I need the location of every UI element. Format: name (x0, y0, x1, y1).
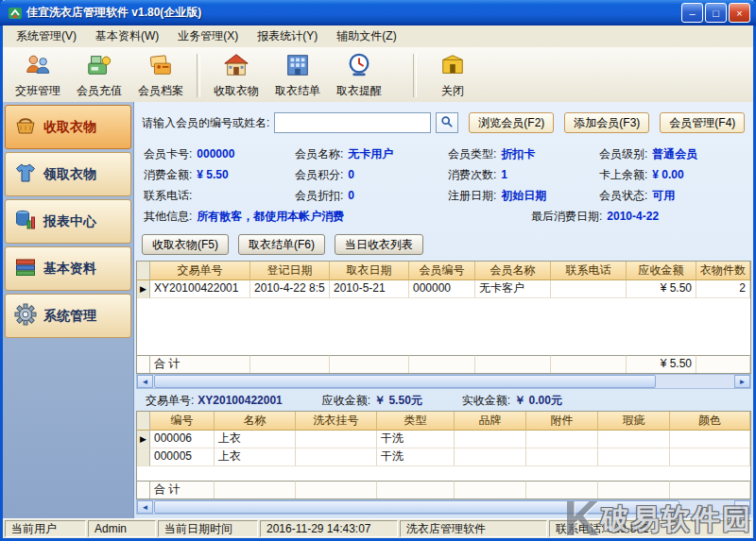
close-button[interactable]: × (729, 3, 750, 23)
column-header-member-name[interactable]: 会员名称 (475, 262, 551, 280)
table-cell (526, 431, 598, 448)
row-marker: ▶ (137, 280, 150, 298)
member-search-input[interactable] (274, 112, 431, 133)
manage-member-button[interactable]: 会员管理(F4) (660, 112, 745, 133)
staff-icon (25, 52, 51, 81)
scroll-left-arrow[interactable]: ◄ (137, 500, 153, 514)
sidebar-item-pickup-clothes[interactable]: 领取衣物 (5, 152, 131, 196)
sidebar: 收取衣物 领取衣物 报表中心 基本资料 系统管理 (3, 102, 133, 518)
toolbar-separator (197, 54, 200, 97)
table-cell: 2010-5-21 (330, 280, 409, 298)
toolbar-label: 取衣结单 (275, 83, 320, 99)
toolbar-button-pickup-reminder[interactable]: 取衣提醒 (330, 50, 388, 102)
sidebar-item-basic-data[interactable]: 基本资料 (5, 246, 131, 291)
column-header-item-name[interactable]: 名称 (215, 412, 296, 431)
sidebar-item-system-management[interactable]: 系统管理 (5, 294, 131, 338)
column-header-register-date[interactable]: 登记日期 (250, 262, 330, 280)
toolbar-button-close-app[interactable]: 关闭 (423, 50, 482, 102)
member-search-row: 请输入会员的编号或姓名: 浏览会员(F2) 添加会员(F3) 会员管理(F4) (142, 111, 747, 134)
minimize-button[interactable]: – (681, 3, 703, 23)
column-header-flaw[interactable]: 瑕疵 (598, 412, 670, 431)
menu-item-reports[interactable]: 报表统计(Y) (248, 25, 327, 47)
window-title: 佳宜洗衣店管理软件 v1.80(企业版) (26, 5, 681, 21)
items-table: 编号 名称 洗衣挂号 类型 品牌 附件 瑕疵 颜色 ▶ 000006 上衣 干洗 (136, 411, 751, 499)
field-label: 会员级别: (599, 146, 647, 162)
other-info: 所有散客，都使用本帐户消费 (197, 209, 344, 225)
browse-member-button[interactable]: 浏览会员(F2) (469, 112, 554, 133)
column-header-tag-no[interactable]: 洗衣挂号 (296, 412, 377, 431)
member-status: 可用 (652, 188, 675, 204)
menu-item-basic-data[interactable]: 基本资料(W) (86, 25, 168, 47)
member-type: 折扣卡 (501, 146, 535, 162)
scrollbar-thumb[interactable] (154, 375, 656, 388)
toolbar-button-member-recharge[interactable]: 会员充值 (70, 50, 129, 102)
table-cell: 2010-4-22 8:5 (250, 280, 330, 298)
status-current-user-value: Admin (88, 520, 156, 537)
items-table-hscrollbar[interactable]: ◄ ► (136, 499, 751, 515)
toolbar-button-member-files[interactable]: 会员档案 (131, 50, 190, 102)
column-header-item-no[interactable]: 编号 (150, 412, 215, 431)
row-selector-header (137, 412, 150, 431)
books-icon (14, 256, 37, 281)
shirt-icon (14, 161, 37, 187)
column-header-accessory[interactable]: 附件 (526, 412, 598, 431)
column-header-item-count[interactable]: 衣物件数 (696, 262, 750, 280)
toolbar-label: 收取衣物 (214, 83, 259, 99)
column-header-color[interactable]: 颜色 (670, 412, 750, 431)
column-header-deal-no[interactable]: 交易单号 (150, 262, 250, 280)
house-icon (223, 52, 249, 81)
app-icon[interactable] (8, 6, 23, 21)
field-label: 消费金额: (144, 167, 192, 183)
table-cell (670, 431, 750, 448)
sidebar-item-label: 基本资料 (43, 261, 96, 278)
scrollbar-thumb[interactable] (154, 500, 679, 514)
search-button[interactable] (436, 112, 458, 133)
column-header-brand[interactable]: 品牌 (455, 412, 526, 431)
menu-item-business[interactable]: 业务管理(X) (168, 25, 248, 47)
table-cell (296, 448, 377, 466)
toolbar-label: 会员档案 (138, 83, 183, 99)
field-label: 会员名称: (295, 146, 343, 162)
pickup-settle-f6-button[interactable]: 取衣结单(F6) (238, 234, 325, 255)
scroll-right-arrow[interactable]: ► (734, 500, 750, 514)
toolbar-button-pickup-settle[interactable]: 取衣结单 (268, 50, 327, 102)
magnifier-icon (440, 115, 454, 131)
column-header-wash-type[interactable]: 类型 (377, 412, 455, 431)
card-balance: ¥ 0.00 (652, 168, 683, 181)
column-header-phone[interactable]: 联系电话 (551, 262, 627, 280)
column-header-amount[interactable]: 应收金额 (627, 262, 696, 280)
table-cell: 000000 (409, 280, 475, 298)
item-row[interactable]: ▶ 000006 上衣 干洗 (137, 431, 750, 448)
item-row[interactable]: 000005 上衣 干洗 (137, 448, 750, 466)
scrollbar-track[interactable] (153, 375, 734, 388)
column-header-member-no[interactable]: 会员编号 (409, 262, 475, 280)
daily-collect-list-button[interactable]: 当日收衣列表 (335, 234, 423, 255)
toolbar-button-shift-management[interactable]: 交班管理 (9, 50, 67, 102)
sidebar-item-report-center[interactable]: 报表中心 (5, 199, 131, 244)
receipt-table-hscrollbar[interactable]: ◄ ► (136, 374, 751, 389)
toolbar-separator (413, 54, 417, 97)
field-label: 联系电话: (144, 188, 192, 204)
menu-item-system[interactable]: 系统管理(V) (7, 25, 86, 47)
scroll-right-arrow[interactable]: ► (734, 375, 750, 388)
workarea: 收取衣物 领取衣物 报表中心 基本资料 系统管理 (3, 102, 753, 518)
maximize-button[interactable]: □ (705, 3, 727, 23)
toolbar-button-collect-clothes[interactable]: 收取衣物 (207, 50, 266, 102)
status-datetime-value: 2016-11-29 14:43:07 (260, 520, 398, 537)
add-member-button[interactable]: 添加会员(F3) (564, 112, 649, 133)
consume-times: 1 (501, 168, 507, 181)
row-marker (137, 448, 150, 466)
titlebar: 佳宜洗衣店管理软件 v1.80(企业版) – □ × (0, 0, 756, 25)
member-card-no: 000000 (197, 147, 234, 161)
toolbar-label: 取衣提醒 (336, 83, 382, 99)
menu-item-aux-files[interactable]: 辅助文件(Z) (327, 25, 405, 47)
column-header-pickup-date[interactable]: 取衣日期 (330, 262, 409, 280)
status-datetime-label: 当前日期时间 (158, 520, 258, 537)
collect-clothes-f5-button[interactable]: 收取衣物(F5) (142, 234, 229, 255)
scrollbar-track[interactable] (153, 500, 734, 514)
scroll-left-arrow[interactable]: ◄ (137, 375, 153, 388)
field-label: 会员折扣: (295, 188, 343, 204)
sidebar-item-collect-clothes[interactable]: 收取衣物 (5, 105, 131, 149)
receipt-row[interactable]: ▶ XY20100422001 2010-4-22 8:5 2010-5-21 … (137, 280, 750, 298)
status-app-name: 洗衣店管理软件 (400, 520, 547, 537)
